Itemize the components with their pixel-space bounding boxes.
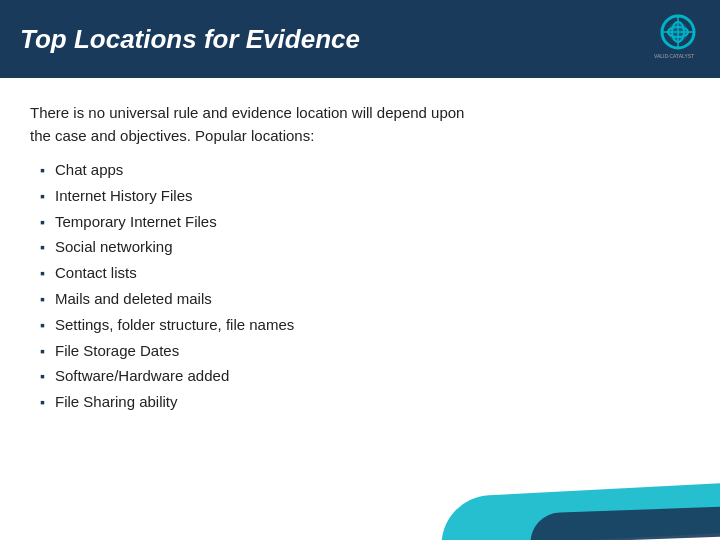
slide: Top Locations for Evidence VALID·CATALYS… bbox=[0, 0, 720, 540]
logo-icon: VALID·CATALYST bbox=[640, 14, 700, 64]
list-item: Settings, folder structure, file names bbox=[40, 312, 690, 338]
slide-header: Top Locations for Evidence VALID·CATALYS… bbox=[0, 0, 720, 78]
list-item: Contact lists bbox=[40, 260, 690, 286]
intro-line2: the case and objectives. Popular locatio… bbox=[30, 127, 314, 144]
list-item: Mails and deleted mails bbox=[40, 286, 690, 312]
list-item: Internet History Files bbox=[40, 183, 690, 209]
intro-line1: There is no universal rule and evidence … bbox=[30, 104, 464, 121]
list-item: Temporary Internet Files bbox=[40, 209, 690, 235]
slide-title: Top Locations for Evidence bbox=[20, 24, 360, 55]
list-item: File Sharing ability bbox=[40, 389, 690, 415]
bullet-list: Chat appsInternet History FilesTemporary… bbox=[30, 157, 690, 415]
footer-curve-dark bbox=[530, 507, 720, 540]
footer-decoration bbox=[440, 480, 720, 540]
svg-text:VALID·CATALYST: VALID·CATALYST bbox=[654, 53, 694, 59]
list-item: Social networking bbox=[40, 234, 690, 260]
slide-content: There is no universal rule and evidence … bbox=[0, 78, 720, 435]
list-item: File Storage Dates bbox=[40, 338, 690, 364]
logo: VALID·CATALYST bbox=[640, 14, 700, 64]
list-item: Software/Hardware added bbox=[40, 363, 690, 389]
list-item: Chat apps bbox=[40, 157, 690, 183]
intro-paragraph: There is no universal rule and evidence … bbox=[30, 102, 690, 147]
